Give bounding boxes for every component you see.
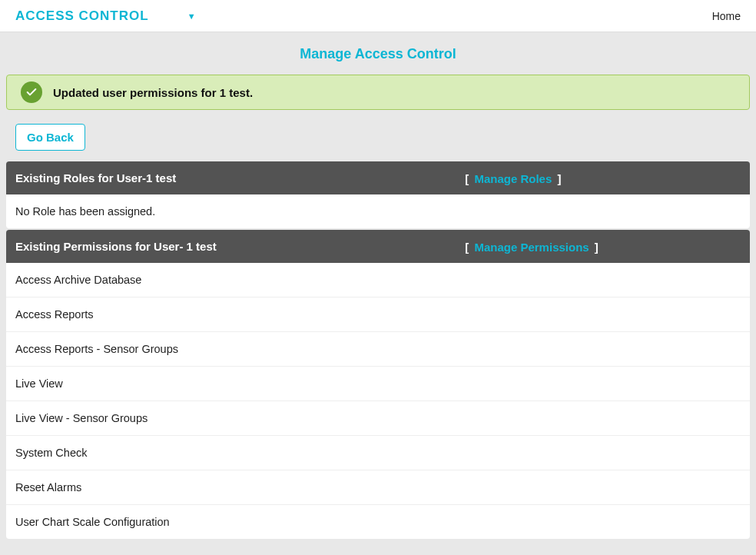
permission-item: Live View - Sensor Groups [6, 401, 750, 436]
roles-empty: No Role has been assigned. [6, 194, 750, 228]
permission-item: System Check [6, 436, 750, 470]
roles-panel-header: Existing Roles for User-1 test [ Manage … [6, 161, 750, 194]
alert-message: Updated user permissions for 1 test. [53, 86, 253, 99]
page-title: Manage Access Control [0, 32, 756, 75]
manage-roles-link[interactable]: Manage Roles [474, 171, 552, 184]
manage-permissions-wrap: [ Manage Permissions ] [465, 240, 598, 253]
permission-item: User Chart Scale Configuration [6, 505, 750, 539]
permission-item: Reset Alarms [6, 470, 750, 505]
permission-item: Access Reports - Sensor Groups [6, 332, 750, 367]
permissions-panel-header: Existing Permissions for User- 1 test [ … [6, 230, 750, 263]
home-link[interactable]: Home [712, 10, 741, 22]
alert-success: Updated user permissions for 1 test. [6, 75, 750, 110]
permissions-panel: Existing Permissions for User- 1 test [ … [6, 230, 750, 539]
permissions-panel-title: Existing Permissions for User- 1 test [15, 240, 217, 253]
header: ACCESS CONTROL ▼ Home [0, 0, 756, 32]
manage-roles-wrap: [ Manage Roles ] [465, 171, 561, 184]
permission-item: Access Archive Database [6, 263, 750, 297]
manage-permissions-link[interactable]: Manage Permissions [474, 240, 589, 253]
goback-button[interactable]: Go Back [15, 124, 85, 151]
header-dropdown[interactable]: ACCESS CONTROL ▼ [15, 8, 197, 24]
permission-item: Access Reports [6, 297, 750, 332]
check-circle-icon [21, 81, 42, 103]
roles-panel: Existing Roles for User-1 test [ Manage … [6, 161, 750, 228]
header-title: ACCESS CONTROL [15, 8, 149, 24]
roles-list: No Role has been assigned. [6, 194, 750, 228]
permissions-list: Access Archive DatabaseAccess ReportsAcc… [6, 263, 750, 539]
permission-item: Live View [6, 367, 750, 401]
roles-panel-title: Existing Roles for User-1 test [15, 171, 176, 184]
chevron-down-icon: ▼ [187, 12, 197, 21]
